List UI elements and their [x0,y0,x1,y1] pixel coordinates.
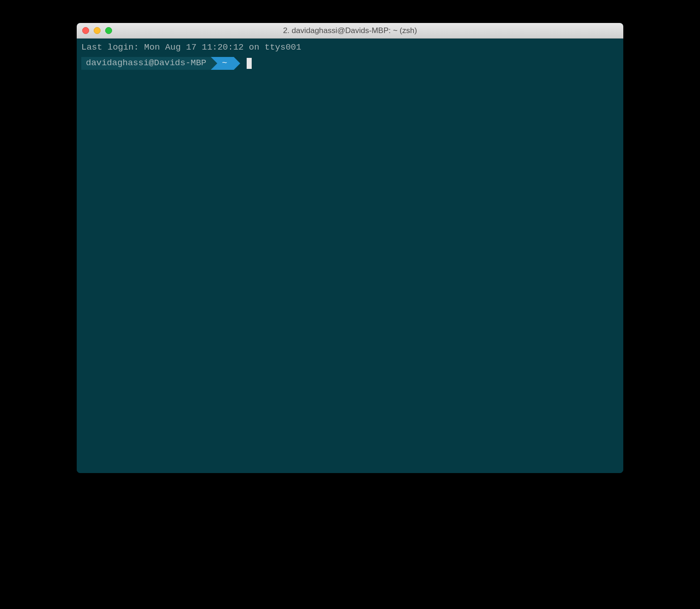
maximize-icon[interactable] [105,27,112,34]
traffic-lights [82,27,112,34]
close-icon[interactable] [82,27,89,34]
minimize-icon[interactable] [94,27,101,34]
prompt-line: davidaghassi@Davids-MBP ~ [81,57,619,70]
cursor-icon[interactable] [247,58,252,69]
title-bar[interactable]: 2. davidaghassi@Davids-MBP: ~ (zsh) [77,23,623,39]
last-login-text: Last login: Mon Aug 17 11:20:12 on ttys0… [81,41,619,54]
terminal-window: 2. davidaghassi@Davids-MBP: ~ (zsh) Last… [77,23,623,473]
prompt-user-host: davidaghassi@Davids-MBP [81,57,211,70]
terminal-body[interactable]: Last login: Mon Aug 17 11:20:12 on ttys0… [77,39,623,473]
window-title: 2. davidaghassi@Davids-MBP: ~ (zsh) [283,26,417,35]
